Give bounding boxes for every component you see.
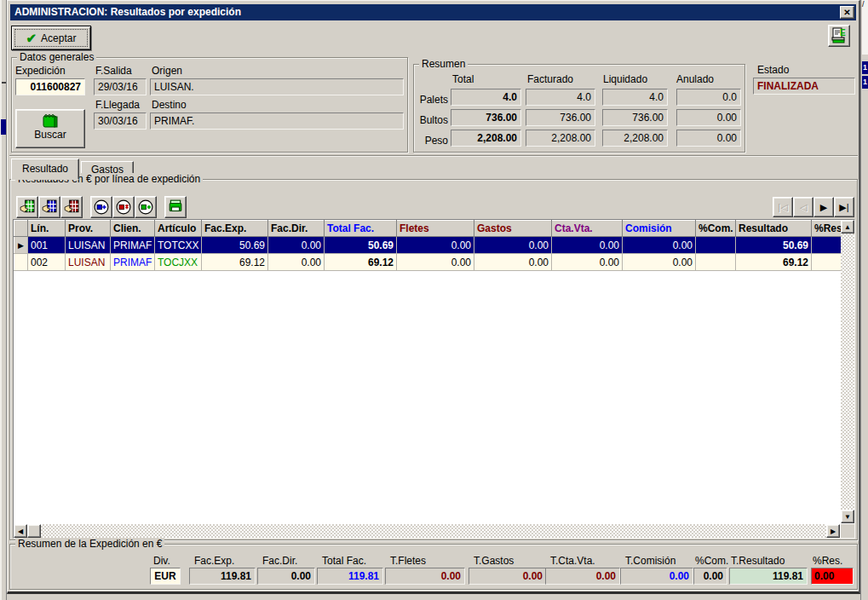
view-red-button[interactable]	[112, 196, 135, 218]
grid-edit-blue-button[interactable]	[38, 196, 60, 218]
div-label: Div.	[153, 555, 170, 567]
col-pcom[interactable]: %Com.	[696, 221, 736, 237]
cell-fletes[interactable]: 0.00	[397, 254, 474, 271]
destino-field[interactable]: PRIMAF.	[150, 112, 404, 130]
view-green-button[interactable]	[135, 196, 157, 218]
circle-red-cross-icon	[116, 199, 131, 215]
cell-prov[interactable]: LUISAN	[66, 237, 111, 254]
cell-ctavta[interactable]: 0.00	[552, 237, 623, 254]
tab-resultado[interactable]: Resultado	[11, 159, 79, 180]
cell-pcom[interactable]	[696, 237, 736, 254]
grid-header-row: Lín. Prov. Clien. Artículo Fac.Exp. Fac.…	[14, 221, 842, 237]
buscar-button[interactable]: Buscar	[15, 109, 85, 148]
col-comision[interactable]: Comisión	[623, 221, 696, 237]
nav-first-button[interactable]: |◁	[773, 197, 793, 217]
cell-resultado[interactable]: 50.69	[736, 237, 812, 254]
cell-clien[interactable]: PRIMAF	[111, 254, 155, 271]
datos-generales-groupbox: Datos generales Expedición 011600827 F.S…	[11, 57, 408, 153]
col-facexp[interactable]: Fac.Exp.	[202, 221, 268, 237]
col-ctavta[interactable]: Cta.Vta.	[552, 221, 623, 237]
cell-gastos[interactable]: 0.00	[474, 254, 552, 271]
expedicion-field[interactable]: 011600827	[15, 78, 85, 95]
cell-lin[interactable]: 002	[28, 254, 66, 271]
right-fragment-top: /	[862, 0, 868, 55]
tctavta-label: T.Cta.Vta.	[550, 555, 595, 567]
vertical-scrollbar[interactable]: ▲ ▼	[841, 220, 854, 523]
resumen-col-liquidado: Liquidado	[603, 73, 647, 85]
facdir-total-label: Fac.Dir.	[262, 555, 297, 567]
grid-print-button[interactable]	[164, 196, 187, 218]
palets-anulado-field: 0.0	[676, 89, 741, 106]
grid-edit-green-button[interactable]	[16, 196, 38, 218]
cell-totalfac[interactable]: 69.12	[325, 254, 397, 271]
horizontal-scroll-thumb[interactable]	[27, 524, 41, 538]
left-fragment-blue-block	[1, 119, 6, 135]
cell-ctavta[interactable]: 0.00	[552, 254, 623, 271]
printer-export-icon: E	[831, 27, 848, 44]
nav-prior-icon: ◁	[800, 202, 807, 212]
col-resultado[interactable]: Resultado	[736, 221, 812, 237]
nav-next-button[interactable]: ▶	[813, 197, 834, 217]
horizontal-scroll-track[interactable]	[41, 524, 826, 538]
cell-comision[interactable]: 0.00	[623, 237, 696, 254]
tgastos-field: 0.00	[468, 568, 547, 585]
tfletes-field: 0.00	[385, 568, 465, 585]
scroll-down-button[interactable]: ▼	[841, 510, 854, 523]
cell-facexp[interactable]: 69.12	[202, 254, 268, 271]
cell-facexp[interactable]: 50.69	[202, 237, 268, 254]
table-row[interactable]: 002 LUISAN PRIMAF TOCJXX 69.12 0.00 69.1…	[14, 254, 842, 271]
col-prov[interactable]: Prov.	[66, 221, 111, 237]
cell-comision[interactable]: 0.00	[623, 254, 696, 271]
scroll-right-icon: ▶	[831, 528, 836, 535]
col-fletes[interactable]: Fletes	[397, 221, 474, 237]
vertical-scroll-track[interactable]	[841, 234, 854, 510]
totalfac-total-field: 119.81	[317, 568, 383, 585]
origen-field[interactable]: LUISAN.	[150, 78, 404, 95]
cell-resultado[interactable]: 69.12	[736, 254, 812, 271]
cell-pres[interactable]	[812, 237, 842, 254]
scroll-right-button[interactable]: ▶	[826, 524, 840, 538]
left-fragment-highlight	[0, 0, 2, 600]
nav-last-button[interactable]: ▶|	[834, 197, 854, 217]
col-gastos[interactable]: Gastos	[474, 221, 552, 237]
aceptar-button[interactable]: ✔ Aceptar	[11, 26, 91, 50]
cell-fletes[interactable]: 0.00	[397, 237, 474, 254]
col-clien[interactable]: Clien.	[111, 221, 155, 237]
cell-articulo[interactable]: TOTCXX	[155, 237, 202, 254]
fsalida-field[interactable]: 29/03/16	[94, 78, 147, 95]
cell-pres[interactable]	[812, 254, 842, 271]
window-titlebar[interactable]: ADMINISTRACION: Resultados por expedició…	[10, 4, 856, 20]
cell-totalfac[interactable]: 50.69	[325, 237, 397, 254]
table-row[interactable]: ▶ 001 LUISAN PRIMAF TOTCXX 50.69 0.00 50…	[14, 237, 842, 254]
palets-label: Palets	[417, 94, 448, 106]
cell-articulo[interactable]: TOCJXX	[155, 254, 202, 271]
cell-facdir[interactable]: 0.00	[268, 254, 325, 271]
expedicion-summary-legend: Resumen de la Expedición en €	[15, 538, 164, 550]
scroll-down-icon: ▼	[844, 513, 851, 521]
cell-facdir[interactable]: 0.00	[268, 237, 325, 254]
cell-prov[interactable]: LUISAN	[66, 254, 111, 271]
cell-clien[interactable]: PRIMAF	[111, 237, 155, 254]
close-button[interactable]: ✕	[840, 6, 854, 19]
resumen-groupbox: Resumen Total Facturado Liquidado Anulad…	[413, 64, 745, 153]
col-totalfac[interactable]: Total Fac.	[325, 221, 397, 237]
nav-prior-button[interactable]: ◁	[793, 197, 813, 217]
cell-gastos[interactable]: 0.00	[474, 237, 552, 254]
col-facdir[interactable]: Fac.Dir.	[268, 221, 325, 237]
fllegada-field[interactable]: 30/03/16	[94, 112, 147, 130]
cell-lin[interactable]: 001	[28, 237, 66, 254]
col-lin[interactable]: Lín.	[28, 221, 66, 237]
scroll-left-button[interactable]: ◀	[14, 524, 27, 538]
cell-pcom[interactable]	[696, 254, 736, 271]
doc-hand-blue-icon	[42, 199, 57, 215]
col-pres[interactable]: %Res	[812, 221, 842, 237]
expedicion-summary-groupbox: Resumen de la Expedición en € Div. EUR F…	[9, 544, 858, 590]
col-articulo[interactable]: Artículo	[155, 221, 202, 237]
facdir-total-field: 0.00	[257, 568, 315, 585]
print-export-button[interactable]: E	[828, 25, 850, 47]
estado-field: FINALIZADA	[753, 78, 855, 95]
grid-edit-red-button[interactable]	[60, 196, 83, 218]
view-blue-button[interactable]	[90, 196, 112, 218]
horizontal-scrollbar[interactable]: ◀ ▶	[14, 524, 840, 538]
scroll-up-button[interactable]: ▲	[841, 220, 854, 234]
